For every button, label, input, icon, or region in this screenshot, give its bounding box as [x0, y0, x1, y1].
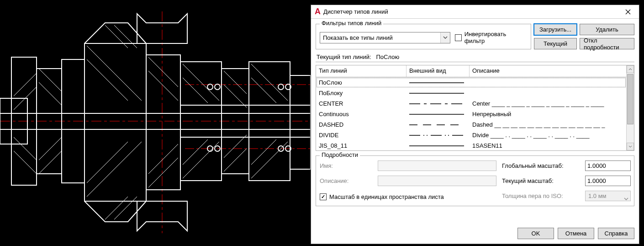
table-row[interactable]: ПоСлою	[316, 77, 626, 88]
toggle-details-button[interactable]: Откл подробности	[580, 38, 634, 49]
chevron-down-icon	[624, 195, 628, 198]
paper-units-label: Масштаб в единицах пространства листа	[329, 193, 444, 200]
cancel-button[interactable]: Отмена	[558, 228, 594, 239]
linetype-table: Тип линий Внешний вид Описание ПоСлоюПоБ…	[316, 65, 634, 151]
scroll-down-icon[interactable]	[627, 143, 634, 150]
linetype-preview	[406, 109, 470, 119]
linetype-description: Divide ____ . . ____ . . ____ . . ____ .…	[470, 131, 626, 139]
workspace: A Диспетчер типов линий Фильтры типов ли…	[0, 0, 644, 246]
current-button[interactable]: Текущий	[534, 38, 577, 49]
filters-groupbox: Фильтры типов линий Показать все типы ли…	[316, 24, 531, 49]
scroll-up-icon[interactable]	[627, 65, 634, 73]
table-scrollbar[interactable]	[626, 65, 634, 150]
dialog-titlebar[interactable]: A Диспетчер типов линий	[311, 5, 639, 19]
dialog-title: Диспетчер типов линий	[323, 8, 619, 15]
linetype-description: 1SASEN11	[470, 141, 626, 150]
linetype-name: DASHED	[316, 120, 406, 129]
cad-drawing-area[interactable]	[0, 0, 311, 246]
global-scale-label: Глобальный масштаб:	[502, 162, 580, 169]
column-header-description[interactable]: Описание	[470, 65, 626, 77]
table-row[interactable]: ПоБлоку	[316, 88, 626, 98]
column-header-appearance[interactable]: Внешний вид	[406, 65, 470, 77]
linetype-preview	[406, 77, 470, 88]
current-scale-label: Текущий масштаб:	[502, 177, 580, 184]
current-linetype-label: Текущий тип линий:	[317, 53, 371, 60]
linetype-preview	[406, 88, 470, 98]
invert-filter-checkbox[interactable]: Инвертировать фильтр	[455, 31, 527, 44]
linetype-preview	[406, 98, 470, 109]
invert-filter-label: Инвертировать фильтр	[465, 31, 527, 44]
current-linetype-value: ПоСлою	[376, 53, 399, 60]
linetype-name: JIS_08_11	[316, 141, 406, 150]
global-scale-input[interactable]	[585, 160, 631, 171]
description-input	[378, 176, 496, 186]
linetype-name: ПоСлою	[316, 78, 406, 87]
table-row[interactable]: CENTERCenter ____ _ ____ _ ____ _ ____ _…	[316, 98, 626, 109]
scrollbar-thumb[interactable]	[627, 74, 633, 124]
description-label: Описание:	[320, 177, 372, 184]
linetype-name: CENTER	[316, 99, 406, 108]
chevron-down-icon	[443, 36, 448, 39]
pen-width-label: Толщина пера по ISO:	[502, 193, 580, 199]
linetype-preview	[406, 119, 470, 130]
filters-legend: Фильтры типов линий	[320, 20, 383, 27]
load-button[interactable]: Загрузить...	[534, 24, 577, 35]
paper-units-checkbox[interactable]: ✓ Масштаб в единицах пространства листа	[320, 193, 444, 200]
close-icon[interactable]	[619, 5, 637, 18]
linetype-description: Center ____ _ ____ _ ____ _ ____ _ ____ …	[470, 99, 626, 108]
table-header-row: Тип линий Внешний вид Описание	[316, 65, 626, 77]
linetype-description	[470, 92, 626, 94]
table-row[interactable]: JIS_08_111SASEN11	[316, 140, 626, 150]
cad-drawing-svg	[0, 0, 311, 246]
linetype-preview	[406, 130, 470, 140]
current-linetype-row: Текущий тип линий: ПоСлою	[316, 52, 634, 62]
pen-width-value: 1.0 мм	[588, 193, 607, 199]
checkbox-icon	[455, 34, 462, 41]
name-label: Имя:	[320, 162, 372, 169]
svg-rect-0	[0, 0, 311, 246]
details-groupbox: Подробности Имя: Глобальный масштаб: Опи…	[316, 155, 634, 206]
table-row[interactable]: ContinuousНепрерывный	[316, 109, 626, 119]
table-row[interactable]: DIVIDEDivide ____ . . ____ . . ____ . . …	[316, 130, 626, 140]
autocad-logo-icon: A	[315, 7, 321, 16]
ok-button[interactable]: OK	[517, 228, 554, 239]
linetype-name: DIVIDE	[316, 131, 406, 139]
scrollbar-track[interactable]	[627, 73, 634, 143]
column-header-name[interactable]: Тип линий	[316, 65, 406, 77]
linetype-description: Dashed __ __ __ __ __ __ __ __ __ __ __ …	[470, 120, 626, 129]
details-legend: Подробности	[320, 151, 360, 158]
delete-button[interactable]: Удалить	[580, 24, 634, 35]
name-input	[378, 160, 496, 171]
filter-dropdown[interactable]: Показать все типы линий	[320, 32, 450, 43]
pen-width-dropdown: 1.0 мм	[585, 191, 631, 201]
linetype-description	[470, 82, 626, 84]
linetype-name: ПоБлоку	[316, 89, 406, 97]
linetype-name: Continuous	[316, 110, 406, 118]
checkbox-checked-icon: ✓	[320, 193, 327, 200]
current-scale-input[interactable]	[585, 176, 631, 186]
filter-dropdown-value: Показать все типы линий	[323, 34, 393, 41]
help-button[interactable]: Справка	[598, 228, 634, 239]
linetype-manager-dialog: A Диспетчер типов линий Фильтры типов ли…	[311, 5, 639, 244]
dialog-footer: OK Отмена Справка	[311, 224, 639, 244]
linetype-description: Непрерывный	[470, 110, 626, 118]
linetype-preview	[406, 140, 470, 150]
dialog-content: Фильтры типов линий Показать все типы ли…	[311, 19, 639, 224]
table-row[interactable]: DASHEDDashed __ __ __ __ __ __ __ __ __ …	[316, 119, 626, 130]
